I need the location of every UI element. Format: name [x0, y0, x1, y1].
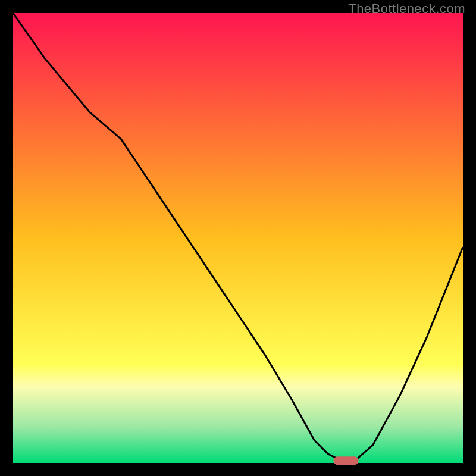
svg-rect-1: [13, 13, 463, 463]
optimum-marker: [333, 456, 358, 465]
watermark-text: TheBottleneck.com: [348, 1, 465, 17]
chart-frame: TheBottleneck.com: [0, 0, 476, 476]
bottleneck-chart: [0, 0, 476, 476]
